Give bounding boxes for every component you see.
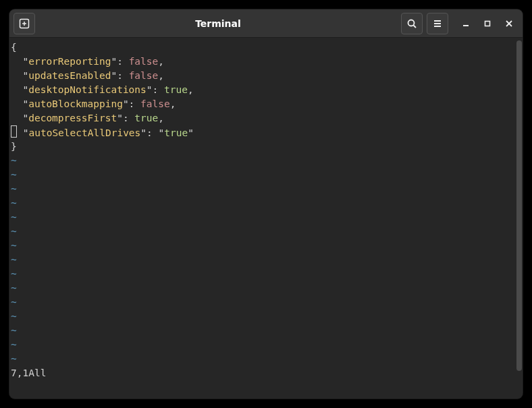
plus-box-icon bbox=[19, 18, 30, 29]
search-button[interactable] bbox=[401, 13, 423, 34]
terminal-content[interactable]: { "errorReporting": false, "updatesEnabl… bbox=[9, 38, 516, 399]
maximize-button[interactable] bbox=[481, 17, 494, 30]
empty-line-tilde: ~ bbox=[11, 352, 514, 366]
empty-line-tilde: ~ bbox=[11, 253, 514, 267]
cursor-position: 7,1 bbox=[11, 368, 28, 378]
titlebar-right bbox=[401, 13, 518, 34]
empty-line-tilde: ~ bbox=[11, 225, 514, 239]
minimize-icon bbox=[462, 20, 469, 27]
empty-line-tilde: ~ bbox=[11, 182, 514, 196]
close-button[interactable] bbox=[502, 17, 516, 30]
empty-line-tilde: ~ bbox=[11, 310, 514, 324]
editor-line: "decompressFirst": true, bbox=[11, 111, 514, 125]
empty-line-tilde: ~ bbox=[11, 168, 514, 182]
maximize-icon bbox=[484, 20, 491, 27]
scrollbar-track[interactable] bbox=[516, 38, 523, 399]
cursor bbox=[11, 125, 17, 138]
minimize-button[interactable] bbox=[459, 17, 473, 30]
svg-line-4 bbox=[414, 25, 417, 28]
empty-line-tilde: ~ bbox=[11, 239, 514, 253]
editor-line: } bbox=[11, 140, 514, 154]
menu-button[interactable] bbox=[427, 13, 448, 34]
new-tab-button[interactable] bbox=[14, 13, 35, 34]
titlebar: Terminal bbox=[9, 9, 523, 38]
editor-line: "autoSelectAllDrives": "true" bbox=[11, 125, 514, 140]
terminal-window: Terminal bbox=[9, 9, 523, 399]
empty-line-tilde: ~ bbox=[11, 267, 514, 281]
empty-line-tilde: ~ bbox=[11, 338, 514, 352]
window-controls bbox=[459, 17, 516, 30]
editor-line: "desktopNotifications": true, bbox=[11, 83, 514, 97]
empty-line-tilde: ~ bbox=[11, 210, 514, 225]
search-icon bbox=[406, 18, 417, 29]
close-icon bbox=[506, 20, 512, 27]
empty-line-tilde: ~ bbox=[11, 281, 514, 295]
empty-line-tilde: ~ bbox=[11, 324, 514, 338]
editor-line: "updatesEnabled": false, bbox=[11, 69, 514, 83]
empty-line-tilde: ~ bbox=[11, 196, 514, 210]
editor-line: "autoBlockmapping": false, bbox=[11, 97, 514, 111]
window-title: Terminal bbox=[35, 18, 401, 29]
svg-point-3 bbox=[408, 20, 415, 26]
terminal-body[interactable]: { "errorReporting": false, "updatesEnabl… bbox=[9, 38, 523, 399]
editor-line: "errorReporting": false, bbox=[11, 55, 514, 69]
hamburger-icon bbox=[432, 18, 443, 29]
empty-line-tilde: ~ bbox=[11, 295, 514, 310]
scroll-indicator: All bbox=[28, 368, 49, 378]
editor-line: { bbox=[11, 40, 514, 55]
scrollbar-thumb[interactable] bbox=[516, 40, 522, 371]
svg-rect-9 bbox=[485, 21, 490, 26]
vim-status-line: 7,1All bbox=[11, 366, 514, 380]
empty-line-tilde: ~ bbox=[11, 154, 514, 168]
